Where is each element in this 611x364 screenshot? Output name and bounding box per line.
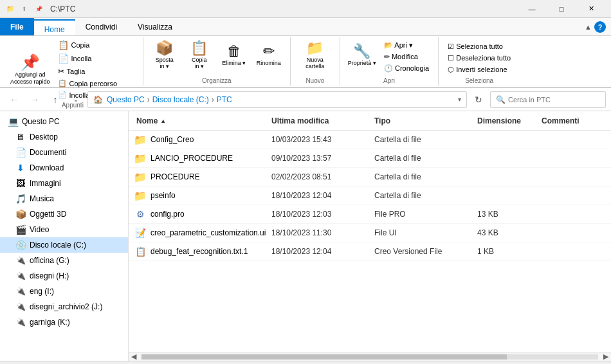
help-button[interactable]: ? <box>594 21 606 33</box>
main-layout: 💻 Questo PC 🖥 Desktop 📄 Documenti ⬇ Down… <box>0 111 611 361</box>
nuova-cartella-button[interactable]: 📁 Nuovacartella <box>296 39 334 71</box>
file-row-config-pro[interactable]: ⚙ config.pro 18/10/2023 12:03 File PRO 1… <box>129 205 611 224</box>
sidebar-item-questo-pc[interactable]: 💻 Questo PC <box>0 114 128 129</box>
sidebar-item-desktop[interactable]: 🖥 Desktop <box>0 129 128 145</box>
file-date: 10/03/2023 15:43 <box>271 135 374 144</box>
sidebar-item-eng[interactable]: 🔌 eng (I:) <box>0 284 128 299</box>
col-header-name[interactable]: Nome ▲ <box>134 116 271 125</box>
copia-in-button[interactable]: 📋 Copiain ▾ <box>183 39 215 71</box>
back-button[interactable]: ← <box>5 91 23 109</box>
ribbon-group-appunti: 📌 Aggiungi adAccesso rapido 📋 Copia 📄 In… <box>3 37 143 86</box>
sidebar-item-disegni-archivio2[interactable]: 🔌 disegni_archivio2 (J:) <box>0 299 128 314</box>
folder-icon: 📁 <box>134 170 147 183</box>
file-column-headers: Nome ▲ Ultima modifica Tipo Dimensione C… <box>129 111 611 131</box>
close-button[interactable]: ✕ <box>576 0 606 18</box>
incolla-button[interactable]: 📄 Incolla <box>54 52 138 65</box>
modifica-button[interactable]: ✏ Modifica <box>380 51 433 62</box>
sidebar: 💻 Questo PC 🖥 Desktop 📄 Documenti ⬇ Down… <box>0 111 129 361</box>
ribbon-tab-bar: File Home Condividi Visualizza ▲ ? <box>0 18 611 36</box>
creo-file-icon: 📋 <box>134 245 147 258</box>
breadcrumb-questo-pc[interactable]: Questo PC <box>107 95 145 104</box>
cronologia-button[interactable]: 🕐 Cronologia <box>380 63 433 74</box>
file-date: 18/10/2023 12:04 <box>271 247 374 256</box>
breadcrumb-ptc[interactable]: PTC <box>217 95 232 104</box>
deseleziona-tutto-button[interactable]: ☐ Deseleziona tutto <box>444 53 515 64</box>
tab-view[interactable]: Visualizza <box>127 18 183 35</box>
file-row-pseinfo[interactable]: 📁 pseinfo 18/10/2023 12:04 Cartella di f… <box>129 187 611 205</box>
sidebar-item-documenti[interactable]: 📄 Documenti <box>0 145 128 160</box>
sidebar-item-immagini[interactable]: 🖼 Immagini <box>0 176 128 191</box>
col-header-date[interactable]: Ultima modifica <box>271 116 374 125</box>
file-type: Creo Versioned File <box>374 247 477 256</box>
sidebar-item-oggetti-3d[interactable]: 📦 Oggetti 3D <box>0 206 128 222</box>
hscroll-track[interactable] <box>141 354 598 359</box>
disk-icon: 💿 <box>15 240 26 250</box>
file-name: creo_parametric_customization.ui <box>150 228 271 237</box>
ribbon: File Home Condividi Visualizza ▲ ? 📌 Agg… <box>0 18 611 88</box>
pin2-icon: 📌 <box>33 4 44 14</box>
copia-button[interactable]: 📋 Copia <box>54 39 138 51</box>
col-header-size[interactable]: Dimensione <box>477 116 542 125</box>
computer-icon: 💻 <box>8 116 18 127</box>
file-type: File UI <box>374 228 477 237</box>
network-drive-k-icon: 🔌 <box>15 317 26 327</box>
elimina-button[interactable]: 🗑 Elimina ▾ <box>218 39 250 71</box>
breadcrumb-dropdown-button[interactable]: ▾ <box>458 96 461 103</box>
status-bar: 7 elementi ☰ ⊞ <box>0 361 611 364</box>
sidebar-item-officina[interactable]: 🔌 officina (G:) <box>0 253 128 268</box>
apri-button[interactable]: 📂 Apri ▾ <box>380 40 433 51</box>
recent-locations-button[interactable]: ⌄ <box>67 91 85 109</box>
tab-file[interactable]: File <box>0 18 34 35</box>
file-row-config-creo[interactable]: 📁 Config_Creo 10/03/2023 15:43 Cartella … <box>129 131 611 149</box>
taglia-button[interactable]: ✂ Taglia <box>54 66 138 77</box>
proprieta-button[interactable]: 🔧 Proprietà ▾ <box>345 39 379 71</box>
copia-percorso-button[interactable]: 📋 Copia percorso <box>54 78 138 89</box>
file-type: Cartella di file <box>374 172 477 181</box>
sidebar-inner: 💻 Questo PC 🖥 Desktop 📄 Documenti ⬇ Down… <box>0 114 128 358</box>
folder-icon: 📁 <box>134 152 147 165</box>
ribbon-group-apri: 🔧 Proprietà ▾ 📂 Apri ▾ ✏ Modifica 🕐 Cron… <box>340 37 439 86</box>
seleziona-label: Seleziona <box>444 76 515 84</box>
minimize-button[interactable]: — <box>517 0 547 18</box>
breadcrumb[interactable]: 🏠 Questo PC › Disco locale (C:) › PTC ▾ <box>87 91 467 108</box>
col-header-comment[interactable]: Commenti <box>542 116 606 125</box>
sidebar-item-disco-locale[interactable]: 💿 Disco locale (C:) <box>0 237 128 253</box>
sidebar-item-video[interactable]: 🎬 Video <box>0 222 128 237</box>
col-header-type[interactable]: Tipo <box>374 116 477 125</box>
search-input[interactable] <box>508 96 592 104</box>
seleziona-tutto-button[interactable]: ☑ Seleziona tutto <box>444 41 507 52</box>
horizontal-scrollbar[interactable]: ◀ ▶ <box>129 352 611 361</box>
file-row-lancio-procedure[interactable]: 📁 LANCIO_PROCEDURE 09/10/2023 13:57 Cart… <box>129 149 611 168</box>
up-button[interactable]: ↑ <box>46 91 64 109</box>
organizza-label: Organizza <box>149 76 285 84</box>
ribbon-collapse-button[interactable]: ▲ <box>585 23 592 31</box>
file-row-debug-feat[interactable]: 📋 debug_feat_recognition.txt.1 18/10/202… <box>129 242 611 261</box>
forward-button[interactable]: → <box>26 91 44 109</box>
file-date: 18/10/2023 12:03 <box>271 210 374 219</box>
search-icon: 🔍 <box>496 95 506 104</box>
maximize-button[interactable]: □ <box>547 0 576 18</box>
file-date: 18/10/2023 11:30 <box>271 228 374 237</box>
tab-share[interactable]: Condividi <box>75 18 127 35</box>
desktop-icon: 🖥 <box>15 132 26 142</box>
sidebar-item-musica[interactable]: 🎵 Musica <box>0 191 128 206</box>
file-type: File PRO <box>374 210 477 219</box>
sidebar-item-download[interactable]: ⬇ Download <box>0 160 128 176</box>
hscroll-thumb[interactable] <box>141 354 507 359</box>
file-row-creo-parametric[interactable]: 📝 creo_parametric_customization.ui 18/10… <box>129 224 611 242</box>
refresh-button[interactable]: ↻ <box>470 91 488 109</box>
inverti-selezione-button[interactable]: ⬡ Inverti selezione <box>444 64 511 75</box>
pin-icon: ⬆ <box>19 4 30 14</box>
breadcrumb-disco-locale[interactable]: Disco locale (C:) <box>152 95 209 104</box>
rinomina-button[interactable]: ✏ Rinomina <box>253 39 285 71</box>
file-name: debug_feat_recognition.txt.1 <box>150 247 271 256</box>
sidebar-item-disegni[interactable]: 🔌 disegni (H:) <box>0 268 128 284</box>
sposta-in-button[interactable]: 📦 Spostain ▾ <box>149 39 181 71</box>
file-row-procedure[interactable]: 📁 PROCEDURE 02/02/2023 08:51 Cartella di… <box>129 168 611 187</box>
window-controls: — □ ✕ <box>517 0 606 18</box>
tab-home[interactable]: Home <box>34 19 75 35</box>
file-list[interactable]: 📁 Config_Creo 10/03/2023 15:43 Cartella … <box>129 131 611 352</box>
sidebar-item-garniga[interactable]: 🔌 garniga (K:) <box>0 314 128 330</box>
documents-icon: 📄 <box>15 147 26 158</box>
folder-icon: 📁 <box>134 189 147 202</box>
